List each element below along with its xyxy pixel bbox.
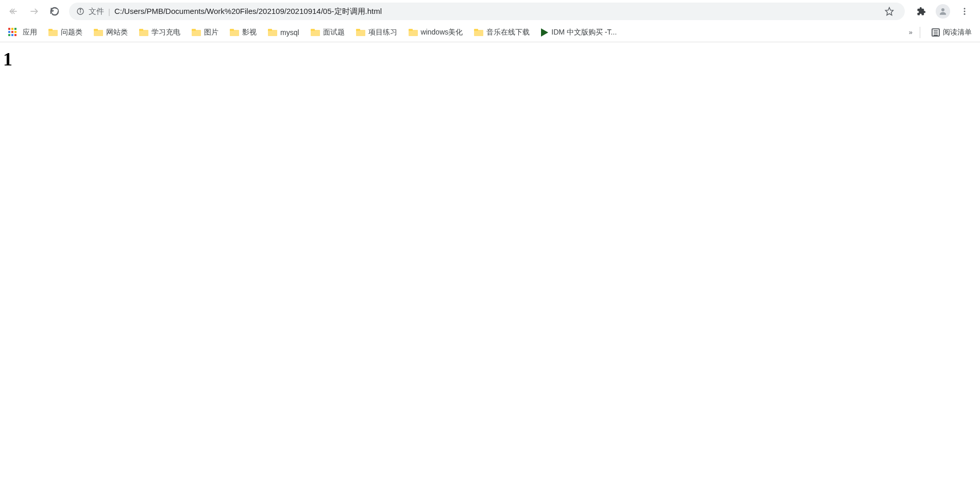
bookmarks-overflow-button[interactable]: » bbox=[909, 28, 913, 36]
svg-point-7 bbox=[964, 8, 966, 9]
folder-icon bbox=[48, 29, 58, 36]
arrow-right-icon bbox=[29, 6, 39, 16]
extensions-button[interactable] bbox=[913, 3, 930, 20]
folder-icon bbox=[139, 29, 148, 36]
bookmark-label: 图片 bbox=[204, 28, 218, 37]
arrow-left-icon bbox=[8, 6, 19, 16]
url-prefix: 文件 bbox=[89, 7, 104, 16]
bookmark-label: 面试题 bbox=[323, 28, 345, 37]
svg-point-8 bbox=[964, 11, 966, 12]
bookmark-folder[interactable]: mysql bbox=[264, 26, 303, 39]
menu-button[interactable] bbox=[956, 3, 973, 20]
bookmark-folder[interactable]: 图片 bbox=[188, 26, 223, 39]
folder-icon bbox=[474, 29, 483, 36]
bookmark-label: 网站类 bbox=[106, 28, 128, 37]
bookmark-label: mysql bbox=[280, 28, 299, 37]
divider bbox=[920, 27, 920, 38]
folder-icon bbox=[311, 29, 320, 36]
play-icon bbox=[541, 28, 548, 37]
apps-label: 应用 bbox=[23, 28, 37, 37]
bookmark-folder[interactable]: 网站类 bbox=[90, 26, 132, 39]
bookmark-folder[interactable]: windows美化 bbox=[404, 26, 467, 39]
svg-point-4 bbox=[80, 9, 80, 10]
reload-button[interactable] bbox=[45, 2, 64, 21]
folder-icon bbox=[192, 29, 201, 36]
puzzle-icon bbox=[917, 7, 926, 16]
bookmark-star-button[interactable] bbox=[881, 3, 898, 20]
info-icon[interactable] bbox=[76, 7, 85, 15]
folder-icon bbox=[409, 29, 418, 36]
svg-point-6 bbox=[941, 8, 944, 11]
folder-icon bbox=[230, 29, 239, 36]
folder-icon bbox=[94, 29, 103, 36]
bookmark-label: 学习充电 bbox=[151, 28, 180, 37]
bookmark-folder[interactable]: 音乐在线下载 bbox=[470, 26, 534, 39]
reading-list-button[interactable]: 阅读清单 bbox=[927, 26, 976, 39]
bookmark-folder[interactable]: 项目练习 bbox=[352, 26, 401, 39]
bookmark-link[interactable]: IDM 中文版购买 -T... bbox=[537, 26, 621, 39]
svg-point-9 bbox=[964, 13, 966, 15]
url-separator: | bbox=[108, 7, 110, 16]
apps-grid-icon bbox=[8, 28, 18, 37]
star-icon bbox=[885, 7, 894, 16]
bookmark-label: 影视 bbox=[242, 28, 257, 37]
bookmark-folder[interactable]: 学习充电 bbox=[135, 26, 184, 39]
reading-list-label: 阅读清单 bbox=[943, 28, 972, 37]
forward-button[interactable] bbox=[25, 2, 43, 21]
kebab-icon bbox=[960, 7, 969, 16]
person-icon bbox=[938, 7, 948, 16]
back-button[interactable] bbox=[4, 2, 23, 21]
bookmark-folder[interactable]: 面试题 bbox=[307, 26, 349, 39]
bookmark-label: IDM 中文版购买 -T... bbox=[551, 28, 617, 37]
bookmark-label: windows美化 bbox=[421, 28, 463, 37]
browser-toolbar: 文件 | C:/Users/PMB/Documents/Work%20Files… bbox=[0, 0, 980, 23]
bookmarks-right: » 阅读清单 bbox=[909, 26, 976, 39]
bookmark-folder[interactable]: 影视 bbox=[226, 26, 261, 39]
apps-button[interactable]: 应用 bbox=[4, 26, 41, 39]
svg-marker-5 bbox=[886, 8, 893, 15]
folder-icon bbox=[268, 29, 277, 36]
toolbar-right-icons bbox=[910, 3, 976, 20]
reload-icon bbox=[49, 6, 60, 16]
page-heading: 1 bbox=[3, 48, 977, 70]
address-bar[interactable]: 文件 | C:/Users/PMB/Documents/Work%20Files… bbox=[69, 3, 905, 20]
bookmark-folder[interactable]: 问题类 bbox=[44, 26, 87, 39]
page-content: 1 bbox=[0, 42, 980, 76]
bookmarks-bar: 应用 问题类 网站类 学习充电 图片 影视 mysql 面试题 项目练习 win… bbox=[0, 23, 980, 42]
folder-icon bbox=[356, 29, 365, 36]
url-text: C:/Users/PMB/Documents/Work%20Files/2021… bbox=[114, 7, 877, 16]
bookmark-label: 问题类 bbox=[61, 28, 82, 37]
bookmark-label: 音乐在线下载 bbox=[486, 28, 530, 37]
reading-list-icon bbox=[932, 28, 940, 37]
profile-avatar-button[interactable] bbox=[936, 4, 950, 19]
bookmark-label: 项目练习 bbox=[368, 28, 397, 37]
